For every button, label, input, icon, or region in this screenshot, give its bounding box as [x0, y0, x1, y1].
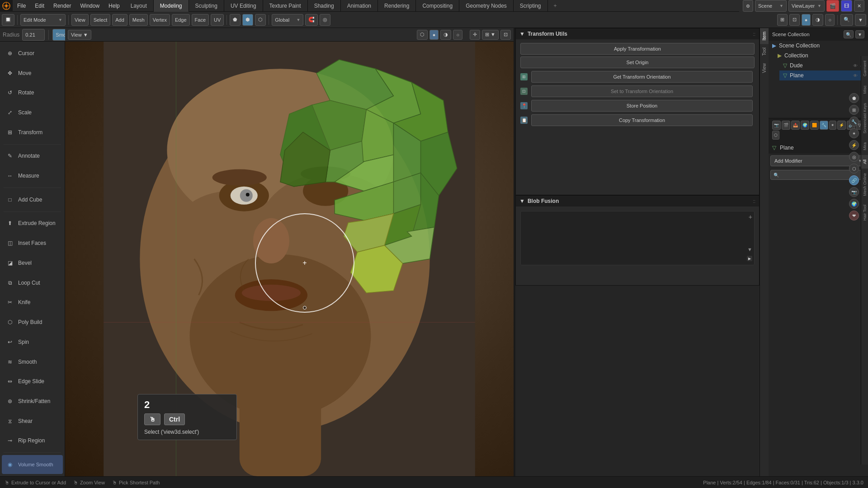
xray-toggle[interactable]: ⊡ [500, 30, 511, 40]
modifier-props-icon[interactable]: 🔧 [820, 121, 828, 130]
right-icon-2[interactable]: ⊞ [849, 105, 859, 115]
dude-eye[interactable]: 👁 [853, 63, 858, 68]
workspace-texture-paint[interactable]: Texture Paint [263, 0, 308, 12]
tool-spin[interactable]: ↩ Spin [2, 333, 63, 352]
right-icon-10[interactable]: 🌍 [849, 199, 859, 209]
mode-selector[interactable]: Edit Mode ▼ [20, 14, 66, 26]
workspace-compositing[interactable]: Compositing [416, 0, 459, 12]
workspace-sculpting[interactable]: Sculpting [189, 0, 224, 12]
blob-panel-header[interactable]: ▼ Blob Fusion :: [516, 196, 759, 206]
view-btn[interactable]: View ▼ [68, 30, 91, 40]
outliner-filter[interactable]: ▼ [855, 30, 864, 38]
xray-btn[interactable]: ⊡ [789, 14, 800, 26]
world-props-icon[interactable]: 🌍 [801, 121, 809, 130]
tool-shear[interactable]: ⧖ Shear [2, 412, 63, 431]
workspace-shading[interactable]: Shading [308, 0, 341, 12]
solid-btn[interactable]: ● [429, 30, 439, 40]
tool-smooth[interactable]: ≋ Smooth [2, 352, 63, 371]
workspace-modeling[interactable]: Modeling [154, 0, 189, 12]
right-icon-7[interactable]: ⬡ [849, 164, 859, 174]
view-layer-selector[interactable]: ViewLayer ▼ [788, 0, 825, 12]
apply-transformation-btn[interactable]: Apply Transformation [520, 43, 755, 55]
far-vtab-screencast[interactable]: Screencast Keys [861, 99, 868, 138]
object-name-label[interactable]: Plane [780, 145, 794, 151]
get-transform-orientation-btn[interactable]: Get Transform Orientation [531, 71, 753, 83]
add-menu[interactable]: Add [112, 14, 127, 26]
scene-selector[interactable]: Scene ▼ [755, 0, 787, 12]
blob-add-btn[interactable]: + [749, 213, 752, 221]
blob-down-btn[interactable]: ▼ [747, 247, 752, 252]
uv-menu[interactable]: UV [211, 14, 224, 26]
workspace-uv-editing[interactable]: UV Editing [224, 0, 263, 12]
tool-annotate[interactable]: ✎ Annotate [2, 147, 63, 166]
scene-props-icon[interactable]: 📷 [772, 121, 781, 130]
workspace-rendering[interactable]: Rendering [378, 0, 416, 12]
plane-eye[interactable]: 👁 [853, 73, 858, 78]
solid-mode-btn[interactable]: ● [802, 14, 811, 26]
tool-poly-build[interactable]: ⬡ Poly Build [2, 313, 63, 332]
select-menu[interactable]: Select [90, 14, 111, 26]
right-icon-1[interactable]: ⬟ [849, 93, 859, 103]
material-props-icon[interactable]: ⬡ [772, 131, 779, 140]
tool-loop-cut[interactable]: ⧉ Loop Cut [2, 273, 63, 292]
tool-add-cube[interactable]: □ Add Cube [2, 190, 63, 209]
editor-type-button[interactable]: 🔲 [2, 14, 14, 26]
material-btn[interactable]: ◑ [440, 30, 451, 40]
search-btn[interactable]: 🔍 [840, 14, 853, 26]
vertex-menu[interactable]: Vertex [150, 14, 170, 26]
tool-volume-smooth[interactable]: ◉ Volume Smooth [2, 455, 63, 474]
filter-btn[interactable]: ▼ [855, 14, 866, 26]
radius-value[interactable]: 0.21 [22, 29, 45, 41]
right-icon-11[interactable]: ❤ [849, 211, 859, 221]
far-vtab-hair-tool[interactable]: Hair Tool [861, 200, 868, 225]
view-menu[interactable]: View [71, 14, 89, 26]
output-props-icon[interactable]: 📤 [791, 121, 800, 130]
vtab-view[interactable]: View [760, 60, 769, 77]
far-vtab-all[interactable]: All [861, 155, 868, 169]
workspace-scripting[interactable]: Scripting [514, 0, 548, 12]
outliner-search[interactable]: 🔍 [844, 30, 854, 38]
physics-props-icon[interactable]: ⚡ [837, 121, 846, 130]
tool-knife[interactable]: ✂ Knife [2, 293, 63, 312]
workspace-geometry-nodes[interactable]: Geometry Nodes [459, 0, 514, 12]
tool-inset-faces[interactable]: ◫ Inset Faces [2, 234, 63, 253]
tool-shrink-flatten[interactable]: ⊛ Shrink/Fatten [2, 392, 63, 411]
add-workspace-button[interactable]: ＋ [548, 0, 562, 12]
right-icon-8[interactable]: 🔗 [849, 175, 859, 185]
overlay-toggle[interactable]: ⊞ ▼ [482, 30, 499, 40]
engine-selector[interactable]: ⚙ [743, 0, 753, 12]
tool-rip-region[interactable]: ⊸ Rip Region [2, 432, 63, 450]
render-props-icon[interactable]: 🎬 [782, 121, 790, 130]
vtab-tool[interactable]: Tool [760, 44, 769, 59]
face-select-btn[interactable]: ⬡ [255, 14, 266, 26]
proportional-dropdown[interactable]: Global ▼ [272, 14, 303, 26]
material-mode-btn[interactable]: ◑ [812, 14, 823, 26]
tool-measure[interactable]: ↔ Measure [2, 166, 63, 185]
outliner-collection[interactable]: ▶ Collection [774, 51, 868, 61]
wireframe-btn[interactable]: ⬡ [417, 30, 428, 40]
far-vtab-mira[interactable]: Mira [861, 138, 868, 155]
overlay-btn[interactable]: ⊞ [777, 14, 788, 26]
far-vtab-misc[interactable]: Misc [861, 81, 868, 99]
render-btn[interactable]: ○ [453, 30, 462, 40]
far-vtab-item[interactable]: Garment [861, 56, 868, 81]
edge-menu[interactable]: Edge [172, 14, 190, 26]
blob-play-btn[interactable]: ▶ [747, 256, 752, 261]
transform-panel-header[interactable]: ▼ Transform Utils :: [516, 28, 759, 39]
viewport-3d[interactable]: + 2 🖱 Ctrl Select ('view3d.select') RRCG… [65, 42, 514, 476]
vertex-select-btn[interactable]: ⬟ [230, 14, 241, 26]
particles-props-icon[interactable]: ✴ [829, 121, 836, 130]
outliner-dude[interactable]: ▽ Dude 👁 ◎ [779, 61, 868, 70]
menu-window[interactable]: Window [75, 0, 104, 12]
menu-render[interactable]: Render [49, 0, 75, 12]
tool-rotate[interactable]: ↺ Rotate [2, 83, 63, 102]
gizmo-toggle[interactable]: ✛ [470, 30, 480, 40]
right-icon-6[interactable]: ◎ [849, 152, 859, 162]
tool-transform[interactable]: ⊞ Transform [2, 123, 63, 142]
mesh-menu[interactable]: Mesh [129, 14, 148, 26]
outliner-plane[interactable]: ▽ Plane 👁 ◎ [779, 70, 868, 80]
set-origin-btn[interactable]: Set Origin [520, 56, 755, 68]
rendered-mode-btn[interactable]: ○ [825, 14, 835, 26]
snapping-btn[interactable]: 🧲 [305, 14, 318, 26]
face-menu[interactable]: Face [192, 14, 209, 26]
